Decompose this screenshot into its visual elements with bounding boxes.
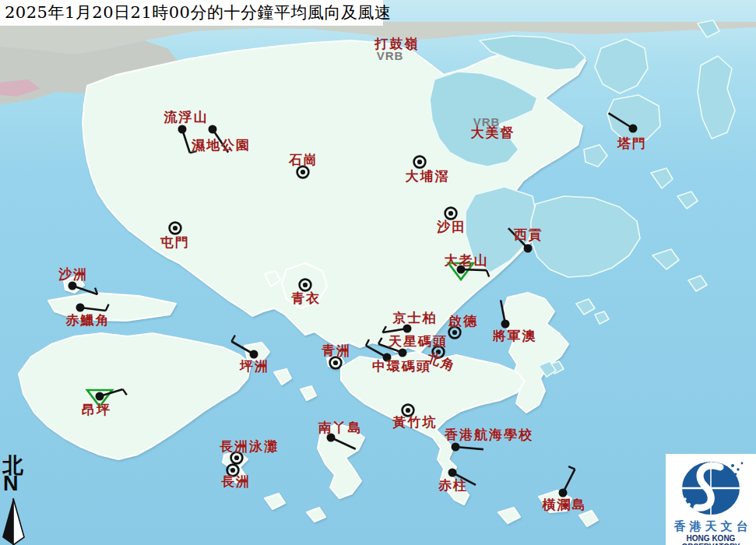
calm-wind-dot	[303, 283, 308, 287]
station-dot	[448, 469, 457, 477]
station-dot	[250, 350, 258, 359]
station-dot	[403, 325, 412, 333]
compass-north-letter: N	[3, 472, 19, 496]
calm-wind-dot	[452, 330, 457, 335]
station-dot	[96, 392, 104, 401]
station-dot	[524, 244, 533, 253]
station-dot	[76, 304, 85, 312]
station-dot	[69, 282, 77, 290]
station-dot	[178, 125, 187, 134]
station-dot	[559, 489, 568, 498]
station-dot	[501, 320, 510, 329]
hong-kong-map	[0, 0, 756, 545]
station-dot	[629, 125, 638, 133]
compass: 北 N	[0, 452, 31, 545]
calm-wind-dot	[173, 226, 178, 230]
station-dot	[383, 353, 392, 362]
calm-wind-dot	[333, 360, 338, 365]
calm-wind-dot	[406, 408, 410, 413]
calm-wind-dot	[436, 350, 441, 354]
hko-logo-english: HONG KONG OBSERVATORY	[661, 534, 756, 545]
station-dot	[327, 434, 336, 442]
wind-map-page: 打鼓嶺VRB大美督VRB流浮山濕地公園石崗大埔滘塔門沙田西貢屯門沙洲大老山赤鱲角…	[0, 0, 756, 545]
calm-wind-dot	[234, 455, 239, 460]
hko-logo-chinese: 香港天文台	[666, 519, 756, 534]
station-dot	[457, 265, 466, 274]
calm-wind-dot	[301, 170, 305, 174]
calm-wind-dot	[230, 468, 235, 473]
station-dot	[209, 125, 217, 134]
station-dot	[452, 443, 460, 452]
hko-logo: 香港天文台 HONG KONG OBSERVATORY	[666, 454, 756, 545]
station-dot	[399, 349, 407, 357]
calm-wind-dot	[417, 160, 422, 164]
map-title: 2025年1月20日21時00分的十分鐘平均風向及風速	[0, 0, 383, 26]
hko-logo-icon	[673, 456, 748, 520]
calm-wind-dot	[448, 211, 453, 216]
